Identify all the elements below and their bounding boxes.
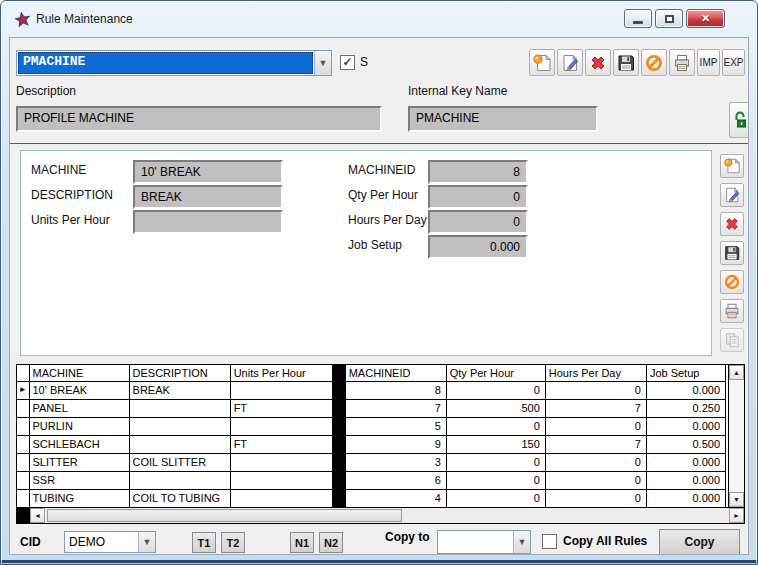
edit-button[interactable] bbox=[557, 49, 583, 76]
scroll-left-button[interactable]: ◄ bbox=[30, 508, 45, 523]
grid-cell[interactable]: TUBING bbox=[29, 489, 129, 507]
grid-cell[interactable]: PURLIN bbox=[29, 417, 129, 435]
grid-cell[interactable]: 0.000 bbox=[646, 489, 725, 507]
grid-cell[interactable]: 0.000 bbox=[646, 471, 725, 489]
job-setup-field[interactable]: 0.000 bbox=[428, 235, 528, 259]
row-selector-cell[interactable] bbox=[17, 453, 29, 471]
grid-cell[interactable]: 0.250 bbox=[646, 399, 725, 417]
titlebar[interactable]: Rule Maintenance ✕ bbox=[1, 1, 757, 36]
t1-button[interactable]: T1 bbox=[192, 532, 216, 553]
close-button[interactable]: ✕ bbox=[686, 9, 725, 28]
row-selector-cell[interactable] bbox=[17, 471, 29, 489]
grid-row[interactable]: ►10' BREAKBREAK8000.000 bbox=[17, 381, 726, 399]
grid-cell[interactable] bbox=[129, 399, 230, 417]
grid-cell[interactable]: PANEL bbox=[29, 399, 129, 417]
grid-cell[interactable]: FT bbox=[230, 435, 332, 453]
cid-combobox[interactable]: DEMO ▼ bbox=[64, 531, 156, 553]
record-paste-button[interactable] bbox=[720, 328, 744, 352]
grid-cell[interactable]: 6 bbox=[345, 471, 446, 489]
grid-cell[interactable]: 0 bbox=[446, 381, 545, 399]
grid-cell[interactable]: 0.000 bbox=[646, 381, 725, 399]
grid-vertical-scrollbar[interactable]: ▲ ▼ bbox=[728, 365, 744, 507]
horizontal-scroll-thumb[interactable] bbox=[47, 509, 402, 522]
grid-cell[interactable]: 500 bbox=[446, 399, 545, 417]
grid-cell[interactable]: 5 bbox=[345, 417, 446, 435]
s-checkbox[interactable]: ✓ bbox=[340, 55, 355, 70]
grid-cell[interactable]: 7 bbox=[545, 435, 646, 453]
record-delete-button[interactable] bbox=[720, 212, 744, 236]
minimize-button[interactable] bbox=[624, 9, 652, 28]
grid-cell[interactable]: BREAK bbox=[129, 381, 230, 399]
grid-row[interactable]: SCHLEBACHFT915070.500 bbox=[17, 435, 726, 453]
grid-cell[interactable]: SSR bbox=[29, 471, 129, 489]
grid-cell[interactable]: 0 bbox=[446, 453, 545, 471]
print-button[interactable] bbox=[669, 49, 695, 76]
rule-combobox-dropdown-button[interactable]: ▼ bbox=[314, 51, 331, 75]
grid-cell[interactable]: SCHLEBACH bbox=[29, 435, 129, 453]
scroll-up-button[interactable]: ▲ bbox=[729, 365, 744, 380]
units-per-hour-field[interactable] bbox=[133, 210, 283, 234]
row-selector-cell[interactable] bbox=[17, 417, 29, 435]
grid-row[interactable]: SSR6000.000 bbox=[17, 471, 726, 489]
description-field[interactable]: PROFILE MACHINE bbox=[16, 106, 382, 132]
grid-cell[interactable] bbox=[230, 381, 332, 399]
record-print-button[interactable] bbox=[720, 299, 744, 323]
grid-cell[interactable] bbox=[129, 417, 230, 435]
grid-cell[interactable]: 0.000 bbox=[646, 453, 725, 471]
delete-button[interactable] bbox=[585, 49, 611, 76]
grid-cell[interactable] bbox=[129, 435, 230, 453]
grid-cell[interactable]: 10' BREAK bbox=[29, 381, 129, 399]
save-button[interactable] bbox=[613, 49, 639, 76]
cancel-button[interactable] bbox=[641, 49, 667, 76]
grid-cell[interactable]: SLITTER bbox=[29, 453, 129, 471]
export-button[interactable]: EXP bbox=[722, 49, 745, 76]
grid-cell[interactable]: 8 bbox=[345, 381, 446, 399]
row-selector-cell[interactable] bbox=[17, 399, 29, 417]
internal-key-name-field[interactable]: PMACHINE bbox=[408, 106, 598, 132]
n2-button[interactable]: N2 bbox=[319, 532, 343, 553]
grid-cell[interactable] bbox=[230, 489, 332, 507]
grid-cell[interactable] bbox=[230, 417, 332, 435]
grid-cell[interactable]: 0 bbox=[545, 471, 646, 489]
grid-cell[interactable]: 0 bbox=[446, 417, 545, 435]
record-edit-button[interactable] bbox=[720, 183, 744, 207]
import-button[interactable]: IMP bbox=[697, 49, 720, 76]
grid-cell[interactable]: 3 bbox=[345, 453, 446, 471]
grid-cell[interactable]: 0 bbox=[545, 489, 646, 507]
grid-row[interactable]: PANELFT750070.250 bbox=[17, 399, 726, 417]
grid-cell[interactable]: 0 bbox=[545, 417, 646, 435]
grid-cell[interactable]: FT bbox=[230, 399, 332, 417]
lock-button[interactable] bbox=[729, 102, 749, 138]
new-button[interactable] bbox=[529, 49, 555, 76]
copy-to-combobox[interactable]: ▼ bbox=[437, 530, 531, 554]
grid-cell[interactable]: 0.000 bbox=[646, 417, 725, 435]
t2-button[interactable]: T2 bbox=[221, 532, 245, 553]
grid-cell[interactable] bbox=[230, 453, 332, 471]
cid-combobox-dropdown-button[interactable]: ▼ bbox=[138, 532, 155, 552]
machineid-field[interactable]: 8 bbox=[428, 160, 528, 184]
description-detail-field[interactable]: BREAK bbox=[133, 185, 283, 209]
rule-combobox[interactable]: PMACHINE ▼ bbox=[16, 50, 332, 76]
maximize-button[interactable] bbox=[655, 9, 683, 28]
grid-row[interactable]: PURLIN5000.000 bbox=[17, 417, 726, 435]
grid-cell[interactable]: 7 bbox=[345, 399, 446, 417]
copy-all-rules-checkbox[interactable]: ✓ bbox=[542, 534, 557, 549]
grid-cell[interactable]: 0.500 bbox=[646, 435, 725, 453]
grid-cell[interactable]: 0 bbox=[446, 471, 545, 489]
row-selector-cell[interactable]: ► bbox=[17, 381, 29, 399]
row-selector-cell[interactable] bbox=[17, 435, 29, 453]
n1-button[interactable]: N1 bbox=[290, 532, 314, 553]
grid-cell[interactable]: 150 bbox=[446, 435, 545, 453]
grid-cell[interactable] bbox=[230, 471, 332, 489]
grid-cell[interactable]: COIL SLITTER bbox=[129, 453, 230, 471]
grid-row[interactable]: TUBINGCOIL TO TUBING4000.000 bbox=[17, 489, 726, 507]
hours-per-day-field[interactable]: 0 bbox=[428, 210, 528, 234]
grid-cell[interactable]: COIL TO TUBING bbox=[129, 489, 230, 507]
machine-field[interactable]: 10' BREAK bbox=[133, 160, 283, 184]
grid-cell[interactable] bbox=[129, 471, 230, 489]
qty-per-hour-field[interactable]: 0 bbox=[428, 185, 528, 209]
record-new-button[interactable] bbox=[720, 154, 744, 178]
record-save-button[interactable] bbox=[720, 241, 744, 265]
row-selector-cell[interactable] bbox=[17, 489, 29, 507]
scroll-down-button[interactable]: ▼ bbox=[729, 492, 744, 507]
